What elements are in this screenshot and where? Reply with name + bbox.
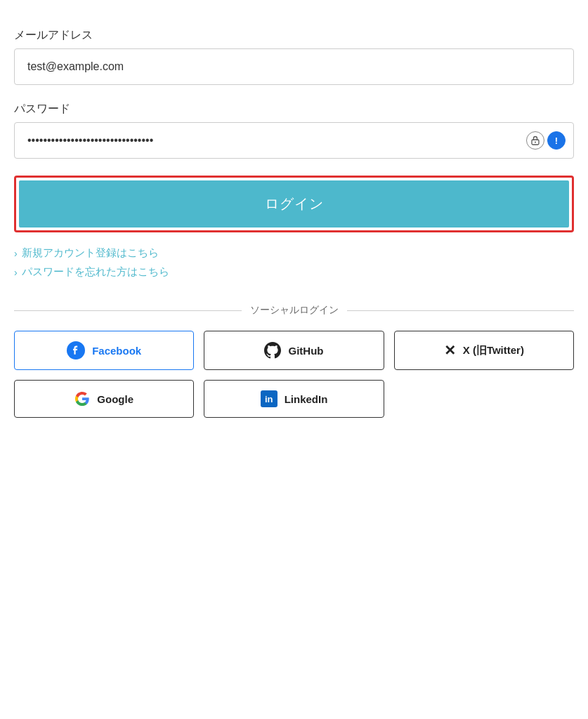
password-input[interactable]	[14, 122, 574, 159]
github-icon	[264, 342, 281, 359]
login-button[interactable]: ログイン	[19, 180, 569, 227]
divider-right	[347, 310, 575, 311]
email-label: メールアドレス	[14, 28, 574, 43]
google-label: Google	[97, 393, 133, 405]
linkedin-button[interactable]: in LinkedIn	[204, 380, 384, 418]
chevron-right-icon-2: ›	[14, 267, 18, 278]
login-form-container: メールアドレス パスワード ! ログイン ›	[14, 28, 574, 691]
chevron-right-icon: ›	[14, 248, 18, 259]
github-label: GitHub	[288, 345, 323, 357]
password-field-group: パスワード !	[14, 102, 574, 159]
svg-point-1	[535, 142, 536, 143]
x-twitter-icon: ✕	[444, 343, 456, 357]
x-twitter-label: X (旧Twitter)	[463, 344, 524, 357]
google-icon	[74, 391, 90, 407]
divider-left	[14, 310, 242, 311]
password-icons: !	[526, 131, 566, 150]
facebook-icon	[67, 341, 85, 360]
forgot-password-link[interactable]: › パスワードを忘れた方はこちら	[14, 265, 574, 279]
info-icon[interactable]: !	[547, 131, 566, 150]
email-input[interactable]	[14, 48, 574, 85]
facebook-label: Facebook	[92, 345, 141, 357]
social-login-label: ソーシャルログイン	[250, 304, 339, 317]
facebook-button[interactable]: Facebook	[14, 331, 194, 370]
linkedin-label: LinkedIn	[285, 393, 328, 405]
x-twitter-button[interactable]: ✕ X (旧Twitter)	[394, 331, 574, 370]
social-buttons-row1: Facebook GitHub ✕ X (旧Twitter)	[14, 331, 574, 370]
lock-icon	[526, 131, 544, 150]
register-link[interactable]: › 新規アカウント登録はこちら	[14, 246, 574, 260]
social-divider: ソーシャルログイン	[14, 304, 574, 317]
google-button[interactable]: Google	[14, 380, 194, 418]
links-section: › 新規アカウント登録はこちら › パスワードを忘れた方はこちら	[14, 246, 574, 279]
password-label: パスワード	[14, 102, 574, 117]
email-field-group: メールアドレス	[14, 28, 574, 85]
linkedin-icon: in	[261, 390, 277, 407]
password-wrapper: !	[14, 122, 574, 159]
social-buttons-row2: Google in LinkedIn	[14, 380, 574, 418]
github-button[interactable]: GitHub	[204, 331, 384, 370]
login-button-highlight: ログイン	[14, 176, 574, 232]
empty-cell	[394, 380, 574, 418]
